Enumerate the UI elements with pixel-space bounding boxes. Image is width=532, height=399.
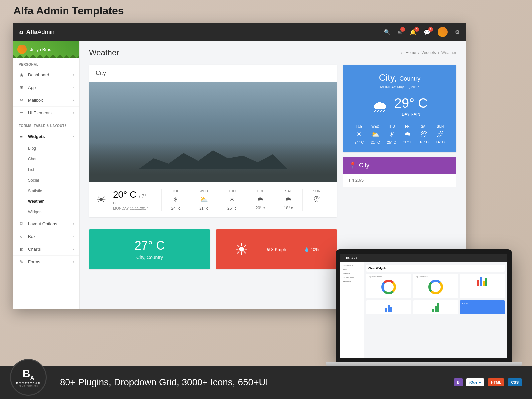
footer-tagline: 80+ Plugins, Dropdown Grid, 3000+ Icons,… (60, 377, 268, 388)
wind-stat: ≋ 8 Kmph (266, 247, 286, 252)
sub-item-chart[interactable]: Chart (13, 154, 79, 164)
sub-item-weather[interactable]: Weather (13, 196, 79, 207)
blue-date: MONDAY May 11, 2017 (351, 85, 448, 89)
topbar: α AlfaAdmin ≡ 🔍 ✉4 🔔3 💬2 ⚙ (13, 23, 466, 41)
user-banner[interactable]: Juliya Brus (13, 41, 79, 58)
section-forms: FORMS, TABLE & LAYOUTS (13, 119, 79, 130)
chat-icon[interactable]: 💬2 (424, 29, 430, 35)
hamburger-icon[interactable]: ≡ (64, 29, 67, 35)
crumb-current: Weather (441, 50, 456, 55)
forecast-day: SUN⛈14° C (432, 125, 448, 144)
sub-item-list[interactable]: List (13, 164, 79, 175)
forecast-day: SUN⛈ (302, 189, 331, 211)
bell-badge: 3 (414, 27, 419, 32)
laptop-mockup: α AlfaAdmin DashboardAppMailboxUI Elemen… (336, 249, 512, 362)
forecast-day: TUE☀24° c (161, 189, 190, 211)
humid-stat: 💧 40% (304, 247, 319, 252)
crumb-widgets[interactable]: Widgets (422, 50, 436, 55)
mail-icon[interactable]: ✉4 (398, 29, 402, 35)
sidebar-item-mailbox[interactable]: ✉Mailbox› (13, 94, 79, 107)
jquery-badge: jQuery (466, 378, 484, 386)
sidebar-item-box[interactable]: ○Box› (13, 230, 79, 243)
breadcrumb: ⌂ Home › Widgets › Weather (401, 50, 456, 55)
forecast-day: THU☀25° c (218, 189, 246, 211)
list-icon: ≡ (19, 134, 24, 139)
sun-icon: ☀ (234, 240, 249, 259)
html-badge: HTML (488, 378, 505, 386)
blue-temp: 29° C (394, 96, 428, 111)
gear-icon[interactable]: ⚙ (455, 29, 460, 35)
forecast-day: FRI🌧20° C (400, 125, 416, 144)
rain-icon: 🌧 (372, 97, 388, 115)
forecast-day: TUE☀24° C (351, 125, 367, 144)
avatar[interactable] (438, 27, 448, 37)
city-photo (89, 82, 337, 182)
bell-icon[interactable]: 🔔3 (410, 29, 416, 35)
sidebar: Juliya Brus PERSONAL ◉Dashboard›⊞App›✉Ma… (13, 41, 80, 309)
sub-item-blog[interactable]: Blog (13, 143, 79, 154)
teal-loc: City, Country (98, 255, 201, 260)
forecast-day: SAT🌧18° c (274, 189, 302, 211)
teal-temp: 27° C (98, 239, 201, 253)
purple-sub: Fri 20/5 (343, 174, 456, 187)
css-badge: CSS (508, 378, 522, 386)
sidebar-item-widgets[interactable]: ≡ Widgets› (13, 130, 79, 143)
red-card: ☀ ≋ 8 Kmph 💧 40% (216, 229, 337, 269)
city-date: MONDAY 11.11.2017 (113, 206, 148, 210)
user-name: Juliya Brus (30, 47, 51, 52)
mail-badge: 4 (400, 27, 405, 32)
sub-item-widgets[interactable]: Widgets (13, 207, 79, 217)
sidebar-item-ui-elements[interactable]: ▭UI Elements› (13, 107, 79, 119)
logo-icon: α (19, 28, 23, 36)
bootstrap-badge: B (454, 378, 463, 386)
teal-card: 27° C City, Country (89, 229, 210, 269)
forecast-day: THU☀25° C (383, 125, 400, 144)
chat-badge: 2 (428, 27, 433, 32)
sidebar-item-charts[interactable]: ◐Charts› (13, 243, 79, 256)
pin-icon: 📍 (349, 162, 356, 169)
page-title: Weather (89, 48, 119, 57)
promo-title: Alfa Admin Templates (13, 5, 124, 17)
logo[interactable]: α AlfaAdmin (19, 28, 54, 36)
city-unit: C (113, 201, 148, 205)
sub-item-social[interactable]: Social (13, 175, 79, 186)
section-personal: PERSONAL (13, 58, 79, 69)
crumb-home[interactable]: Home (405, 50, 416, 55)
footer: BA BOOTSTRAP ADMIN TEMPLATE 80+ Plugins,… (0, 366, 532, 399)
forecast-day: FRI🌧20° c (246, 189, 274, 211)
city-temp: 20° C / 7° (113, 189, 148, 200)
forecast-day: WED⛅21° c (190, 189, 218, 211)
home-icon: ⌂ (401, 50, 403, 55)
sub-item-statistic[interactable]: Statistic (13, 186, 79, 196)
user-avatar (17, 45, 27, 54)
purple-card: 📍 City (343, 157, 456, 174)
logo-text: AlfaAdmin (26, 29, 54, 36)
sidebar-item-forms[interactable]: ✎Forms› (13, 256, 79, 268)
sidebar-item-layout-options[interactable]: ⧉Layout Options› (13, 217, 79, 230)
sun-icon: ☀ (96, 193, 106, 207)
sidebar-item-dashboard[interactable]: ◉Dashboard› (13, 69, 79, 81)
sidebar-item-app[interactable]: ⊞App› (13, 81, 79, 94)
blue-cond: DAY RAIN (394, 112, 428, 117)
forecast-day: SAT⛈18° C (416, 125, 432, 144)
blue-weather-card: City, Country MONDAY May 11, 2017 🌧 29° … (343, 65, 456, 152)
forecast-day: WED⛅21° C (367, 125, 384, 144)
city-card: City ☀ 20° C / 7° C MONDAY 11.11.2017 TU… (89, 65, 337, 217)
bootstrap-logo: BA BOOTSTRAP ADMIN TEMPLATE (10, 359, 47, 396)
search-icon[interactable]: 🔍 (384, 29, 391, 35)
city-card-title: City (89, 65, 337, 82)
